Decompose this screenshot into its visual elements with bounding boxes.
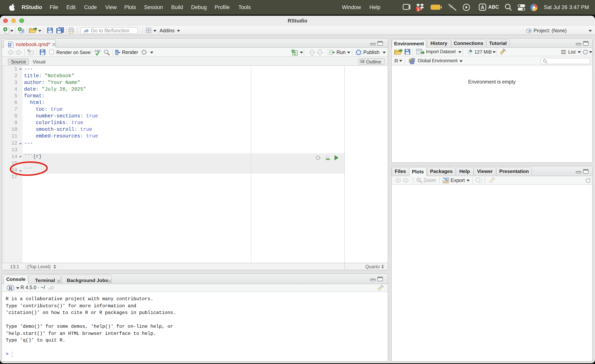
svg-text:R: R: [9, 285, 12, 291]
svg-text:R: R: [22, 29, 24, 33]
svg-text:2: 2: [417, 8, 419, 12]
svg-text:A: A: [481, 5, 484, 10]
svg-text:ABC: ABC: [94, 49, 101, 53]
svg-text:R: R: [529, 29, 531, 32]
